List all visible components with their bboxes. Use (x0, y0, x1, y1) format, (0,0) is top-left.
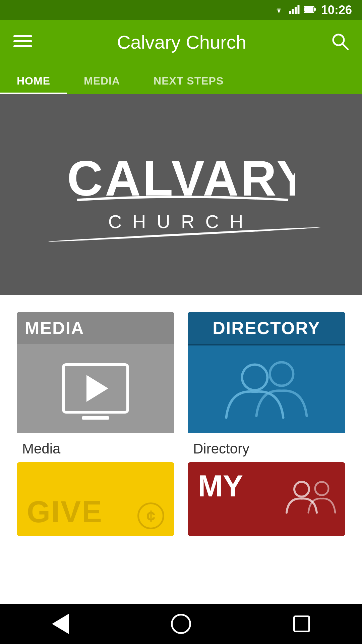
svg-rect-1 (289, 11, 291, 14)
svg-rect-3 (295, 7, 297, 14)
svg-rect-4 (297, 5, 299, 14)
give-card[interactable]: GIVE ¢ (17, 462, 174, 536)
status-bar: 10:26 (0, 0, 362, 20)
back-button[interactable] (47, 610, 74, 637)
directory-card[interactable]: DIRECTORY Directory (188, 312, 345, 462)
svg-line-12 (343, 44, 348, 49)
app-title: Calvary Church (117, 31, 246, 53)
media-card[interactable]: MEDIA Media (17, 312, 174, 462)
app-header: Calvary Church (0, 20, 362, 64)
tab-media[interactable]: MEDIA (67, 75, 137, 94)
svg-point-16 (242, 365, 267, 390)
media-card-top-label: MEDIA (17, 312, 174, 344)
svg-rect-8 (13, 35, 32, 37)
cards-grid: MEDIA Media DIRECTORY (0, 295, 362, 462)
svg-point-18 (315, 482, 328, 495)
svg-point-17 (294, 482, 309, 497)
tab-home[interactable]: HOME (0, 75, 67, 94)
directory-card-top-label: DIRECTORY (188, 312, 345, 345)
time-display: 10:26 (321, 3, 352, 17)
tab-bar: HOME MEDIA NEXT STEPS (0, 64, 362, 94)
bottom-navigation (0, 604, 362, 644)
tab-next-steps[interactable]: NEXT STEPS (137, 75, 240, 94)
svg-rect-7 (314, 8, 316, 11)
home-icon (171, 614, 191, 634)
media-card-bottom (17, 344, 174, 433)
status-icons (273, 4, 316, 16)
logo-text: CALVARY CHURCH (67, 150, 295, 239)
dollar-icon: ¢ (137, 502, 164, 529)
my-card-label: MY (198, 469, 243, 503)
home-button[interactable] (168, 610, 194, 637)
menu-button[interactable] (13, 34, 32, 50)
directory-card-image: DIRECTORY (188, 312, 345, 433)
directory-card-bottom (188, 345, 345, 433)
play-icon (86, 375, 108, 402)
svg-point-15 (270, 362, 293, 386)
wifi-icon (273, 4, 285, 16)
bottom-cards-grid: GIVE ¢ MY (0, 462, 362, 590)
directory-card-label: Directory (188, 433, 345, 462)
svg-point-0 (278, 11, 280, 12)
svg-text:CHURCH: CHURCH (108, 211, 254, 232)
svg-rect-10 (13, 45, 32, 47)
my-card[interactable]: MY (188, 462, 345, 536)
calvary-logo: CALVARY CHURCH (67, 150, 295, 239)
tv-icon (62, 363, 129, 414)
recents-button[interactable] (288, 610, 315, 637)
back-icon (52, 614, 69, 634)
give-card-image: GIVE ¢ (17, 462, 174, 536)
signal-icon (289, 4, 300, 16)
svg-rect-9 (13, 40, 32, 42)
media-card-image: MEDIA (17, 312, 174, 433)
svg-rect-6 (304, 7, 313, 12)
battery-icon (304, 5, 316, 15)
recents-icon (293, 615, 310, 632)
hero-banner: CALVARY CHURCH (0, 94, 362, 295)
my-card-image: MY (188, 462, 345, 536)
search-button[interactable] (331, 33, 349, 51)
my-card-icon (285, 476, 339, 523)
logo-calvary-text: CALVARY (67, 150, 295, 211)
media-card-label: Media (17, 433, 174, 462)
svg-rect-2 (292, 9, 294, 14)
